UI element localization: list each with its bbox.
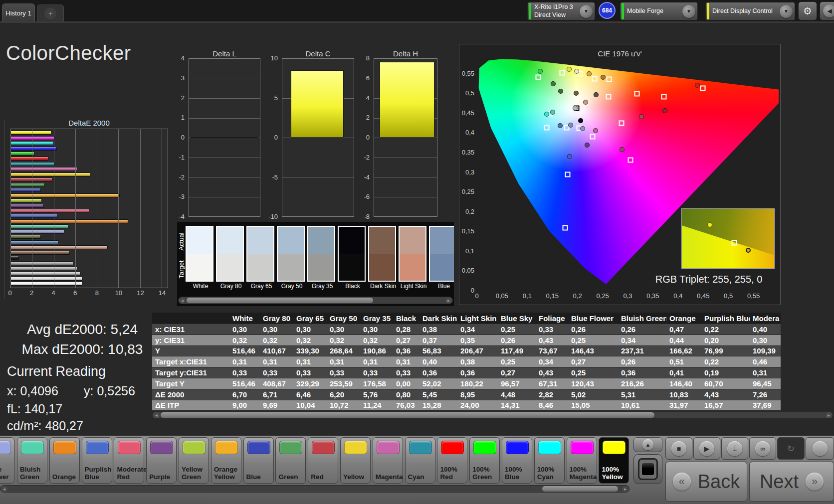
table-cell: 0,25: [568, 336, 618, 344]
table-scrollbar-thumb[interactable]: [161, 412, 654, 418]
patch-button-magenta[interactable]: Magenta: [373, 437, 403, 484]
patch-label: 100% Yellow: [602, 466, 623, 481]
patch-button-purplish-blue[interactable]: Purplish Blue: [82, 437, 112, 484]
table-cell: 0,28: [393, 325, 419, 334]
table-column-header: Dark Skin: [419, 314, 457, 323]
table-cell: 0,25: [568, 368, 618, 377]
delta-axis-tick-label: 4: [181, 54, 185, 62]
settings-button[interactable]: ⚙: [798, 1, 817, 20]
patch-button-cyan[interactable]: Cyan: [405, 437, 435, 484]
blank-button[interactable]: [806, 437, 834, 460]
inset-marker: [746, 248, 751, 253]
measurement-table: WhiteGray 80Gray 65Gray 50Gray 35BlackDa…: [152, 313, 781, 410]
pattern-up-button[interactable]: ▲: [633, 437, 662, 452]
patch-label: Magenta: [376, 473, 403, 481]
patch-button-green[interactable]: Green: [275, 437, 306, 484]
tab-history-1[interactable]: History 1: [2, 3, 35, 22]
table-cell: 6,20: [327, 390, 360, 399]
cie-axis-tick-label: 0,55: [747, 292, 760, 300]
deltae-bar: [10, 183, 45, 187]
table-cell: 120,43: [568, 379, 618, 388]
patch-button-100-cyan[interactable]: 100% Cyan: [534, 437, 565, 484]
table-cell: 0,32: [229, 336, 260, 344]
patch-button-100-magenta[interactable]: 100% Magenta: [567, 437, 597, 484]
play-button[interactable]: ▶: [693, 437, 720, 460]
add-tab-button[interactable]: +: [37, 4, 64, 22]
table-cell: 0,30: [260, 325, 293, 334]
table-cell: 0,30: [750, 336, 781, 344]
stop-button[interactable]: ■: [665, 437, 692, 460]
table-cell: 0,31: [293, 357, 327, 366]
cie-measured-marker: [558, 89, 563, 94]
patch-color-swatch: [150, 441, 173, 454]
table-cell: 339,30: [293, 346, 327, 355]
patch-button-blue-flower[interactable]: Blue Flower: [0, 437, 14, 484]
workflow-dropdown-label: Direct Display Control: [712, 7, 778, 15]
swatch-actual-color: [247, 227, 273, 254]
deltae-bar: [10, 147, 57, 151]
delta-axis-tick-label: -5: [272, 173, 278, 181]
deltae-bars: [10, 129, 168, 288]
patch-scrollbar[interactable]: ◄ ►: [0, 485, 629, 493]
patch-button-blue[interactable]: Blue: [243, 437, 274, 484]
patch-scrollbar-thumb[interactable]: [542, 486, 618, 492]
scroll-left-icon[interactable]: ◄: [1, 486, 7, 492]
swatch-target-color: [278, 254, 304, 281]
scroll-right-icon[interactable]: ►: [826, 412, 832, 418]
deltae-bar: [10, 152, 34, 156]
cie-measured-marker: [639, 114, 644, 119]
patch-button-100-blue[interactable]: 100% Blue: [502, 437, 532, 484]
reading-y-value: y: 0,5256: [84, 384, 135, 398]
patch-button-100-yellow[interactable]: 100% Yellow: [599, 437, 629, 484]
table-cell: 0,31: [229, 357, 260, 366]
deltae-axis-tick-label: 0: [8, 289, 11, 297]
table-cell: 0,41: [666, 368, 701, 377]
patch-label: Purple: [149, 473, 170, 481]
swatch-scrollbar[interactable]: ◄ ►: [178, 297, 453, 304]
continuous-read-button[interactable]: ∞: [749, 437, 776, 460]
table-cell: 166,62: [666, 346, 701, 355]
scroll-left-icon[interactable]: ◄: [153, 412, 160, 418]
patch-button-orange-yellow[interactable]: Orange Yellow: [211, 437, 241, 484]
table-cell: 7,26: [750, 390, 781, 399]
swatch-scrollbar-thumb[interactable]: [187, 298, 373, 303]
next-button[interactable]: Next »: [749, 462, 834, 502]
table-cell: 6,46: [293, 390, 327, 399]
swatch-label: Gray 35: [305, 283, 339, 290]
table-scrollbar[interactable]: ◄ ►: [152, 411, 833, 419]
deltae-bar: [10, 219, 128, 223]
patch-button-purple[interactable]: Purple: [146, 437, 177, 484]
table-column-header: Bluish Green: [618, 314, 666, 323]
deltae-bar: [10, 230, 64, 234]
deltae-gridline: [118, 129, 119, 288]
patch-button-yellow[interactable]: Yellow: [340, 437, 371, 484]
back-button[interactable]: « Back: [665, 462, 747, 502]
delta-l-y-axis: 43210-1-2-3-4: [170, 58, 187, 217]
table-cell: 6,70: [229, 390, 260, 399]
scroll-right-icon[interactable]: ►: [622, 486, 628, 492]
source-dropdown[interactable]: Mobile Forge ▼: [620, 2, 698, 20]
pattern-window-button[interactable]: [633, 454, 662, 484]
workflow-dropdown[interactable]: Direct Display Control ▼: [705, 2, 795, 20]
meter-dropdown[interactable]: X-Rite i1Pro 3Direct View ▼: [527, 2, 595, 20]
reading-x-value: x: 0,4096: [7, 384, 58, 398]
scroll-left-icon[interactable]: ◄: [179, 298, 186, 304]
patch-button-100-green[interactable]: 100% Green: [469, 437, 500, 484]
table-cell: 0,43: [536, 368, 568, 377]
patch-button-red[interactable]: Red: [308, 437, 338, 484]
collapse-panel-button[interactable]: ◀: [820, 1, 834, 20]
loop-button[interactable]: ↻: [777, 437, 805, 460]
patch-button-orange[interactable]: Orange: [49, 437, 80, 484]
cie-target-marker: [700, 85, 705, 91]
delta-axis-tick-label: -10: [268, 213, 278, 220]
patch-button-yellow-green[interactable]: Yellow Green: [179, 437, 209, 484]
table-cell: 0,35: [457, 336, 498, 344]
patch-button-bluish-green[interactable]: Bluish Green: [17, 437, 47, 484]
table-column-header: Purplish Blue: [701, 314, 750, 323]
swatch-label: Gray 80: [214, 283, 248, 290]
scroll-right-icon[interactable]: ►: [445, 298, 452, 304]
pattern-size-button[interactable]: ⌶: [721, 437, 748, 460]
colorchecker-swatch: White: [186, 226, 213, 282]
patch-button-moderate-red[interactable]: Moderate Red: [114, 437, 144, 484]
patch-button-100-red[interactable]: 100% Red: [437, 437, 467, 484]
